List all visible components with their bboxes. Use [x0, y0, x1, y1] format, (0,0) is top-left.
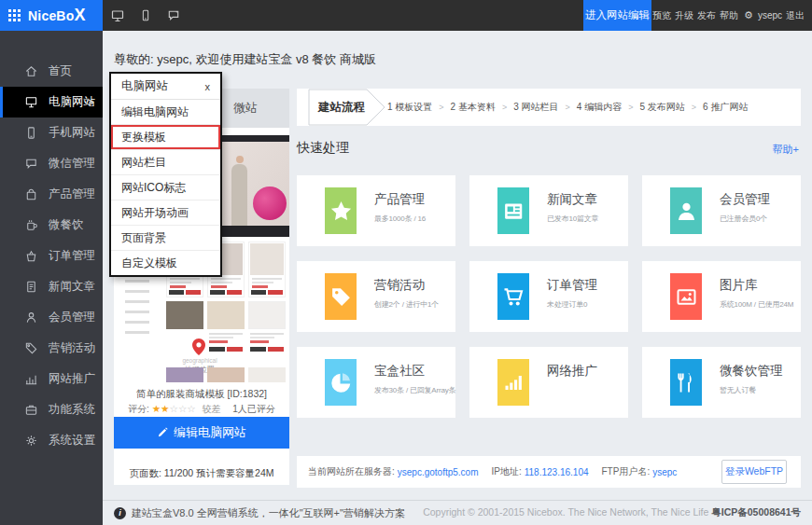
card-catering-mgmt[interactable]: 微餐饮管理暂无人订餐 [642, 347, 801, 418]
sidebar-item-settings[interactable]: 系统设置 [0, 425, 103, 456]
card-subtitle: 已发布10篇文章 [547, 214, 598, 224]
sidebar-item-catering[interactable]: 微餐饮 [0, 210, 103, 241]
card-baohe-community[interactable]: 宝盒社区发布30条 / 已回复Array条 [297, 347, 455, 418]
popup-item-edit-pc-site[interactable]: 编辑电脑网站 [111, 100, 220, 125]
sidebar-item-marketing[interactable]: 营销活动 [0, 333, 103, 364]
popup-item-custom-template[interactable]: 自定义模板 [111, 251, 220, 275]
phone-icon [23, 126, 38, 141]
popup-item-change-template[interactable]: 更换模板 [111, 125, 220, 150]
card-member-mgmt[interactable]: 会员管理已注册会员0个 [642, 175, 801, 246]
card-network-promotion[interactable]: 网络推广 [469, 347, 628, 418]
pc-site-popup-menu: 电脑网站 x 编辑电脑网站更换模板网站栏目网站ICO标志网站开场动画页面背景自定… [109, 72, 222, 277]
doc-icon [23, 280, 38, 295]
server-label: 当前网站所在服务器: [308, 465, 395, 478]
card-news-articles[interactable]: 新闻文章已发布10篇文章 [469, 175, 628, 246]
popup-item-site-columns[interactable]: 网站栏目 [111, 150, 220, 175]
preview-link[interactable]: 预览 [652, 9, 671, 22]
bars-icon [497, 359, 529, 406]
sidebar-item-label: 微餐饮 [49, 217, 84, 233]
info-icon: i [114, 507, 126, 519]
sidebar-item-home[interactable]: 首页 [0, 56, 103, 87]
person-icon [23, 311, 38, 325]
sidebar-item-orders[interactable]: 订单管理 [0, 241, 103, 271]
help-link-top[interactable]: 帮助 [720, 9, 738, 22]
sidebar-item-pc-site[interactable]: 电脑网站> [0, 87, 103, 117]
username[interactable]: ysepc [758, 10, 782, 21]
flow-step-5[interactable]: 5 发布网站 [639, 101, 684, 114]
template-rating: 评分: ★★☆☆☆ 较差 1人已评分 [114, 403, 289, 415]
sidebar-item-products[interactable]: 产品管理 [0, 179, 103, 210]
mobile-icon[interactable] [139, 8, 152, 22]
flow-step-4[interactable]: 4 编辑内容 [577, 101, 622, 114]
flow-step-2[interactable]: 2 基本资料 [451, 101, 496, 114]
flow-step-1[interactable]: 1 模板设置 [387, 101, 432, 114]
rating-stars-filled[interactable]: ★★ [152, 403, 170, 414]
upgrade-link[interactable]: 升级 [675, 9, 693, 22]
tag-icon [325, 273, 357, 320]
card-title: 营销活动 [374, 277, 425, 294]
site-flow-bar: 建站流程 1 模板设置>2 基本资料>3 网站栏目>4 编辑内容>5 发布网站>… [297, 89, 801, 126]
card-product-mgmt[interactable]: 产品管理最多1000条 / 16 [297, 175, 455, 246]
step-separator: > [628, 103, 633, 112]
ip-value[interactable]: 118.123.16.104 [525, 467, 589, 477]
step-separator: > [566, 103, 570, 112]
sidebar-item-label: 网站推广 [49, 371, 95, 387]
logo-text: NiceBoX [28, 6, 86, 25]
pages-info: 页面数: 11/200 预计需要容量24M [114, 467, 289, 480]
sidebar-item-functions[interactable]: 功能系统 [0, 394, 103, 425]
quick-title: 快速处理 [297, 140, 349, 157]
help-plus-link[interactable]: 帮助+ [773, 143, 799, 157]
rating-stars-empty[interactable]: ☆☆☆ [170, 403, 196, 414]
footer-copyright: Copyright © 2001-2015 Nicebox. The Nice … [423, 506, 801, 519]
edit-pc-site-button[interactable]: 编辑电脑网站 [114, 417, 289, 449]
card-marketing-activity[interactable]: 营销活动创建2个 / 进行中1个 [297, 261, 455, 332]
basket-icon [23, 249, 38, 264]
flow-label: 建站流程 [308, 89, 386, 126]
gear-icon[interactable]: ⚙ [744, 9, 753, 21]
publish-link[interactable]: 发布 [697, 9, 716, 22]
card-subtitle: 未处理订单0 [547, 299, 587, 310]
template-info-panel: 简单的服装商城模板 [ID:1832] 评分: ★★☆☆☆ 较差 1人已评分 编… [114, 382, 289, 485]
desktop-icon[interactable] [110, 8, 125, 23]
sidebar-item-label: 首页 [49, 63, 72, 79]
sidebar-item-news[interactable]: 新闻文章 [0, 271, 103, 302]
card-subtitle: 最多1000条 / 16 [374, 214, 426, 224]
flow-step-6[interactable]: 6 推广网站 [703, 101, 748, 114]
topbar-links: 预览 升级 发布 帮助 ⚙ ysepc 退出 [652, 0, 808, 31]
webftp-button[interactable]: 登录WebFTP [721, 460, 787, 484]
ftp-user[interactable]: ysepc [652, 467, 677, 477]
popup-item-page-background[interactable]: 页面背景 [111, 226, 220, 251]
step-separator: > [692, 103, 696, 112]
sidebar-item-label: 订单管理 [49, 248, 95, 264]
greeting: 尊敬的: ysepc, 欢迎使用建站宝盒 v8 餐饮 商城版 [114, 51, 376, 68]
popup-item-opening-animation[interactable]: 网站开场动画 [111, 200, 220, 226]
sidebar-item-mobile-site[interactable]: 手机网站 [0, 117, 103, 148]
sidebar-item-members[interactable]: 会员管理 [0, 302, 103, 333]
icp-number: 粤ICP备05008641号 [711, 506, 801, 518]
logout-link[interactable]: 退出 [786, 9, 805, 22]
sidebar-item-promotion[interactable]: 网站推广 [0, 364, 103, 394]
card-image-library[interactable]: 图片库系统100M / 已使用24M [642, 261, 801, 332]
card-title: 产品管理 [374, 191, 425, 208]
news-icon [497, 187, 529, 234]
enter-site-edit-button[interactable]: 进入网站编辑 [583, 0, 651, 31]
gear-icon [23, 434, 38, 449]
chat-icon[interactable] [166, 8, 181, 22]
logo[interactable]: NiceBoX [0, 0, 103, 31]
sidebar-item-label: 微信管理 [49, 156, 95, 172]
card-title: 图片库 [720, 277, 758, 294]
flow-steps: 1 模板设置>2 基本资料>3 网站栏目>4 编辑内容>5 发布网站>6 推广网… [387, 89, 748, 126]
template-title: 简单的服装商城模板 [ID:1832] [114, 382, 289, 401]
card-subtitle: 系统100M / 已使用24M [720, 299, 793, 310]
home-icon [23, 64, 38, 79]
topbar-device-icons [110, 0, 181, 31]
flow-step-3[interactable]: 3 网站栏目 [513, 101, 558, 114]
server-host-link[interactable]: ysepc.gotoftp5.com [398, 467, 479, 477]
card-order-mgmt[interactable]: 订单管理未处理订单0 [469, 261, 628, 332]
close-icon[interactable]: x [205, 81, 211, 92]
app: NiceBoX 进入网站编辑 预览 升级 发布 帮助 ⚙ ysepc 退出 首页… [0, 0, 812, 525]
card-title: 宝盒社区 [374, 363, 425, 380]
sidebar-item-wechat[interactable]: 微信管理 [0, 148, 103, 179]
card-subtitle: 已注册会员0个 [720, 214, 767, 224]
popup-item-site-ico[interactable]: 网站ICO标志 [111, 175, 220, 200]
